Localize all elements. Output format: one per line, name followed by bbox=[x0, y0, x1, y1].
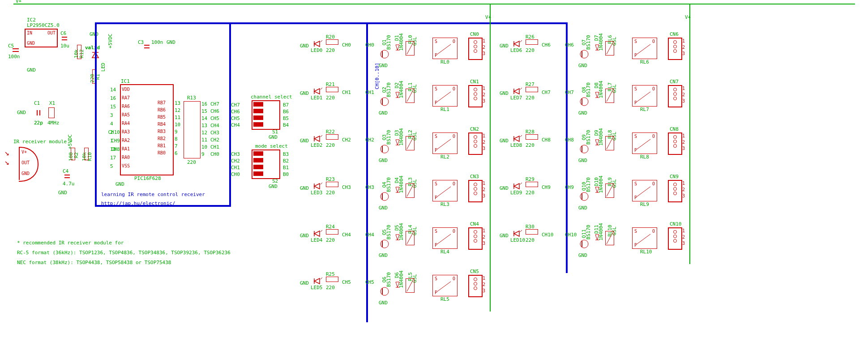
chsel-line-3: CH4 bbox=[231, 122, 240, 128]
vplus-label: V+ bbox=[16, 0, 21, 4]
ic1-left-num-4: 4 bbox=[110, 121, 113, 127]
svg-point-26 bbox=[381, 145, 389, 153]
svg-marker-92 bbox=[514, 184, 519, 189]
r13-pin-7: 9 bbox=[201, 151, 205, 157]
vrail-col2 bbox=[689, 4, 690, 264]
ch2-q-part: BS170 bbox=[386, 130, 392, 145]
v5-label: +5VDC bbox=[107, 34, 113, 48]
ch8-r-val: 220 bbox=[526, 142, 534, 148]
ic1-right-name-2: RB5 bbox=[158, 115, 166, 120]
channel-7: GND R27 LED7 220 CH7 CH7 Q8 BS170 GND D8… bbox=[500, 78, 701, 123]
ic1-right-name-0: RB7 bbox=[158, 100, 166, 105]
svg-marker-38 bbox=[396, 187, 399, 192]
ch2-r-val: 220 bbox=[326, 142, 335, 148]
svg-marker-98 bbox=[595, 187, 599, 192]
svg-marker-28 bbox=[396, 140, 399, 145]
ic1-left-name-2: RA6 bbox=[122, 104, 130, 109]
msel-line-3: CH0 bbox=[231, 171, 240, 177]
ch2-r-sym bbox=[326, 134, 338, 140]
ch0-cn-ref: CN0 bbox=[470, 31, 479, 37]
ch5-q-part: BS170 bbox=[386, 272, 392, 287]
chsel-sw-2 bbox=[253, 115, 278, 120]
msel-sw-1 bbox=[253, 158, 278, 162]
svg-line-35 bbox=[321, 183, 322, 184]
ch7-r-sym bbox=[526, 87, 538, 92]
ic1-right-num-6: 7 bbox=[175, 143, 178, 149]
r2-sym bbox=[71, 148, 75, 160]
r13-net-1: CH6 bbox=[210, 108, 219, 114]
gnd-reg: GND bbox=[27, 67, 36, 73]
ic1-left-num-0: 14 bbox=[110, 87, 116, 93]
ch0-chlabel-a: CH0 bbox=[342, 42, 351, 48]
ch1-d-sym bbox=[395, 91, 400, 102]
ic1-right-name-5: RB2 bbox=[158, 136, 166, 141]
bus-top bbox=[95, 22, 368, 24]
ic1-left-num-2: 15 bbox=[110, 104, 116, 110]
c6-ref: C6 bbox=[60, 30, 66, 36]
ch5-rl-contact: S O P bbox=[432, 275, 458, 296]
chsel-line-1: CH6 bbox=[231, 109, 240, 115]
svg-line-111 bbox=[637, 234, 650, 244]
ch0-led-ref: LED0 bbox=[311, 47, 323, 53]
ch6-rl-coil bbox=[605, 41, 614, 56]
ch10-q-part: BS170 bbox=[586, 225, 591, 239]
svg-line-85 bbox=[520, 135, 522, 137]
ic1-left-net-5: CH10 bbox=[97, 129, 120, 135]
ch10-q-sym bbox=[579, 239, 589, 250]
ch9-cn-body bbox=[668, 180, 682, 202]
ic1-gnd: GND bbox=[115, 181, 124, 187]
chsel-bit-0: B7 bbox=[283, 102, 289, 108]
ch4-gnd2: GND bbox=[379, 252, 388, 258]
ch0-cn-body bbox=[468, 38, 483, 60]
svg-point-56 bbox=[381, 287, 389, 295]
ch3-r-sym bbox=[326, 182, 338, 187]
ch5-rl-coil bbox=[406, 278, 415, 293]
c1-ref: C1 bbox=[34, 100, 40, 106]
ch8-chlabel-b: CH8 bbox=[565, 137, 574, 143]
svg-point-86 bbox=[580, 145, 588, 153]
svg-line-51 bbox=[437, 234, 451, 244]
ch9-cn-ref: CN9 bbox=[670, 174, 679, 179]
svg-line-91 bbox=[637, 139, 650, 149]
ch7-gnd2: GND bbox=[578, 110, 587, 116]
channel-5: GND R25 LED5 220 CH5 CH5 Q6 BS170 GND D6… bbox=[300, 268, 501, 312]
ch6-gnd1: GND bbox=[500, 43, 509, 49]
ch5-rl-ref2: RL5 bbox=[440, 296, 449, 302]
svg-marker-88 bbox=[595, 140, 599, 145]
ch2-chlabel-b: CH2 bbox=[365, 137, 374, 143]
msel-bit-0: B3 bbox=[283, 151, 289, 157]
ic1-left-name-1: RA7 bbox=[122, 95, 130, 100]
svg-marker-108 bbox=[595, 235, 599, 240]
ch6-cn-ref: CN6 bbox=[670, 31, 679, 37]
ch2-rl-contact: S O P bbox=[432, 132, 458, 154]
ch4-q-part: BS170 bbox=[386, 225, 392, 239]
ch3-r-ref: R23 bbox=[326, 176, 335, 182]
ch1-r-val: 220 bbox=[326, 95, 335, 101]
ch5-chlabel-b: CH5 bbox=[365, 279, 374, 285]
svg-marker-22 bbox=[314, 136, 320, 141]
ch6-rl-ref2: RL6 bbox=[640, 59, 649, 65]
svg-line-71 bbox=[637, 44, 650, 54]
ch3-q-part: BS170 bbox=[386, 177, 392, 192]
svg-line-50 bbox=[407, 232, 413, 244]
svg-line-15 bbox=[321, 88, 322, 90]
bus-left bbox=[95, 22, 97, 206]
svg-line-110 bbox=[607, 232, 613, 244]
ic1-part: PIC16F628 bbox=[134, 175, 161, 181]
ic1-left-num-3: 3 bbox=[110, 112, 113, 118]
ch7-chlabel-b: CH7 bbox=[565, 90, 574, 95]
ch1-gnd1: GND bbox=[300, 90, 309, 96]
ch1-rl-contact: S O P bbox=[432, 85, 458, 107]
svg-line-60 bbox=[407, 280, 413, 291]
project-title: learning IR remote control receiver bbox=[101, 192, 205, 197]
chsel-sw-3 bbox=[253, 122, 278, 127]
chsel-gnd: GND bbox=[269, 134, 278, 140]
ch2-rl-ref2: RL2 bbox=[440, 154, 449, 160]
ch4-chlabel-a: CH4 bbox=[342, 232, 351, 238]
svg-point-46 bbox=[381, 240, 389, 248]
chsel-line-0: CH7 bbox=[231, 102, 240, 108]
ch4-rl-ref2: RL4 bbox=[440, 249, 449, 255]
ch7-d-sym bbox=[594, 91, 600, 102]
ch1-chlabel-b: CH1 bbox=[365, 90, 374, 95]
ch0-rl-ref2: RL0 bbox=[440, 59, 449, 65]
